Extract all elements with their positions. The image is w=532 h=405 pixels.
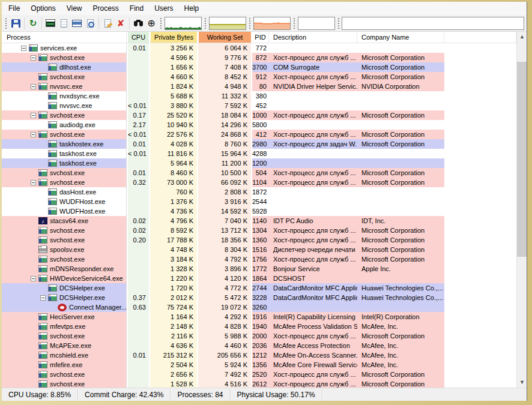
menu-help[interactable]: Help xyxy=(179,2,205,14)
process-row[interactable]: svchost.exe2 656 K7 492 K2520Хост-процес… xyxy=(2,370,516,379)
pid-value: 1212 xyxy=(252,350,269,360)
toolbar-gripper[interactable] xyxy=(337,18,340,29)
toolbar-gripper[interactable] xyxy=(293,18,295,29)
process-row[interactable]: WUDFHost.exe4 736 K14 592 K5928 xyxy=(2,206,516,216)
company-name-value: Microsoft Corporation xyxy=(357,370,444,379)
process-tree-icon xyxy=(61,19,67,28)
column-header-pid[interactable]: PID xyxy=(252,32,269,43)
menu-options[interactable]: Options xyxy=(25,2,61,14)
working-set-value: 5 472 K xyxy=(198,293,252,302)
company-name-value: Microsoft Corporation xyxy=(357,130,444,139)
process-row[interactable]: taskhostex.exe0.014 028 K8 760 K2980Хост… xyxy=(2,139,516,149)
process-row[interactable]: WUDFHost.exe1 376 K3 916 K2544 xyxy=(2,197,516,206)
menu-users[interactable]: Users xyxy=(149,2,178,14)
scrollbar-thumb[interactable] xyxy=(517,62,527,257)
process-row[interactable]: ♪stacsv64.exe0.024 796 K7 040 K1140IDT P… xyxy=(2,216,516,226)
gpu-history-graph[interactable] xyxy=(298,17,335,30)
menu-find[interactable]: Find xyxy=(124,2,149,14)
cpu-history-graph[interactable] xyxy=(165,17,202,30)
process-row[interactable]: svchost.exe0.2017 788 K18 356 K1360Хост-… xyxy=(2,235,516,245)
refresh-button[interactable]: ↻ xyxy=(26,17,40,30)
process-row[interactable]: svchost.exe4 596 K9 776 K872Хост-процесс… xyxy=(2,53,516,62)
process-row[interactable]: mDNSResponder.exe1 328 K3 896 K1772Bonjo… xyxy=(2,264,516,274)
process-name: svchost.exe xyxy=(50,254,85,264)
properties-button[interactable] xyxy=(101,17,114,30)
process-row[interactable]: svchost.exe0.028 592 K13 712 K1304Хост-п… xyxy=(2,226,516,235)
working-set-value: 4 120 K xyxy=(198,274,252,283)
scroll-up-arrow[interactable]: ▲ xyxy=(517,32,527,42)
column-header-cpu[interactable]: CPU xyxy=(127,32,150,43)
working-set-value: 18 356 K xyxy=(198,235,252,245)
find-window-process-button[interactable]: ⊕ xyxy=(145,17,158,30)
process-row[interactable]: svchost.exe0.1725 520 K18 084 K1000Хост-… xyxy=(2,110,516,120)
process-row[interactable]: svchost.exe0.3273 000 K66 092 K1104Хост-… xyxy=(2,178,516,187)
process-row[interactable]: spoolsv.exe4 748 K8 304 K1516Диспетчер о… xyxy=(2,245,516,254)
column-header-process[interactable]: Process xyxy=(2,32,127,43)
process-row[interactable]: svchost.exe< 0.0122 576 K24 868 K412Хост… xyxy=(2,130,516,139)
row-filler xyxy=(444,158,516,168)
expand-toggle[interactable] xyxy=(31,180,36,185)
process-row[interactable]: svchost.exe4 660 K8 452 K912Хост-процесс… xyxy=(2,72,516,82)
process-row[interactable]: nvxdsync.exe5 688 K11 332 K380 xyxy=(2,91,516,101)
process-row[interactable]: dasHost.exe760 K2 808 K1872 xyxy=(2,187,516,197)
process-name: dasHost.exe xyxy=(59,187,96,197)
menu-process[interactable]: Process xyxy=(88,2,124,14)
process-row[interactable]: audiodg.exe2.1710 940 K14 296 K5800 xyxy=(2,120,516,130)
process-row[interactable]: nvvsvc.exe1 824 K4 948 K80NVIDIA Driver … xyxy=(2,82,516,91)
toolbar-gripper[interactable] xyxy=(5,18,7,29)
expand-toggle[interactable] xyxy=(31,276,36,281)
process-row[interactable]: nvvsvc.exe< 0.013 880 K7 592 K452 xyxy=(2,101,516,110)
audio-icon: ♪ xyxy=(38,217,47,224)
column-header-private-bytes[interactable]: Private Bytes xyxy=(150,32,198,43)
toolbar-gripper[interactable] xyxy=(204,18,207,29)
vertical-scrollbar[interactable]: ▲ ▼ xyxy=(516,32,527,388)
process-row[interactable]: mfefire.exe2 504 K5 924 K1356McAfee Core… xyxy=(2,360,516,370)
expand-toggle[interactable] xyxy=(31,84,36,89)
expand-toggle[interactable] xyxy=(31,55,36,61)
empty-graph-panel[interactable] xyxy=(342,17,524,30)
column-header-working-set[interactable]: Working Set xyxy=(198,32,252,43)
process-row[interactable]: DCSHelper.exe1 720 K4 772 K2744DataCardM… xyxy=(2,283,516,293)
process-row[interactable]: svchost.exe1 528 K4 516 K2612Хост-процес… xyxy=(2,379,516,388)
process-row[interactable]: taskhost.exe5 964 K11 200 K1200 xyxy=(2,158,516,168)
menu-view[interactable]: View xyxy=(61,2,88,14)
working-set-value: 8 452 K xyxy=(198,72,252,82)
process-row[interactable]: dllhost.exe1 656 K7 408 K3700COM Surroga… xyxy=(2,62,516,72)
process-row[interactable]: Connect Manager....0.6375 724 K19 072 K3… xyxy=(2,302,516,312)
process-row[interactable]: mcshield.exe0.01215 312 K205 656 K1212Mc… xyxy=(2,350,516,360)
process-row[interactable]: svchost.exe2 116 K5 988 K2000Хост-процес… xyxy=(2,331,516,341)
find-handle-button[interactable] xyxy=(131,17,145,30)
view-dlls-button[interactable] xyxy=(83,17,97,30)
physical-memory-graph[interactable] xyxy=(253,17,291,30)
show-lower-pane-button[interactable] xyxy=(70,17,83,30)
process-row[interactable]: McAPExe.exe4 636 K4 460 K2036McAfee Acce… xyxy=(2,341,516,350)
commit-history-graph[interactable] xyxy=(209,17,246,30)
private-bytes-value: 1 656 K xyxy=(150,62,198,72)
kill-process-button[interactable]: ✘ xyxy=(114,17,127,30)
expand-toggle xyxy=(31,353,36,358)
process-row[interactable]: svchost.exe3 184 K4 792 K1756Хост-процес… xyxy=(2,254,516,264)
menu-file[interactable]: File xyxy=(3,2,25,14)
expand-toggle[interactable] xyxy=(31,113,36,118)
process-row[interactable]: taskhost.exe< 0.0111 816 K15 964 K4288 xyxy=(2,149,516,158)
toolbar-gripper[interactable] xyxy=(160,18,162,29)
expand-toggle[interactable] xyxy=(31,132,36,137)
expand-toggle[interactable] xyxy=(40,295,46,301)
description-value: Хост-процесс для служб ... xyxy=(269,72,357,82)
process-row[interactable]: svchost.exe0.018 460 K10 500 K504Хост-пр… xyxy=(2,168,516,178)
system-information-button[interactable] xyxy=(44,17,57,30)
process-row[interactable]: HeciServer.exe1 164 K4 292 K1916Intel(R)… xyxy=(2,312,516,322)
scroll-down-arrow[interactable]: ▼ xyxy=(517,377,527,388)
expand-toggle[interactable] xyxy=(21,46,26,51)
window-icon xyxy=(29,44,38,52)
show-process-tree-button[interactable] xyxy=(57,17,70,30)
process-row[interactable]: mfevtps.exe2 148 K4 828 K1940McAfee Proc… xyxy=(2,322,516,331)
process-row[interactable]: HWDeviceService64.exe1 220 K4 120 K1864D… xyxy=(2,274,516,283)
save-button[interactable] xyxy=(9,17,22,30)
column-header-company-name[interactable]: Company Name xyxy=(357,32,444,43)
process-row[interactable]: services.exe0.013 256 K6 064 K772 xyxy=(2,43,516,53)
toolbar-gripper[interactable] xyxy=(249,18,251,29)
process-row[interactable]: DCSHelper.exe0.372 012 K5 472 K3228DataC… xyxy=(2,293,516,302)
working-set-value: 4 292 K xyxy=(198,312,252,322)
column-header-description[interactable]: Description xyxy=(269,32,357,43)
